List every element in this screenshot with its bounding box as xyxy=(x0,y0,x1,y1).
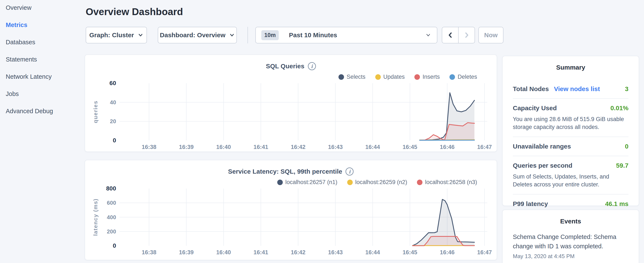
page-title: Overview Dashboard xyxy=(86,6,183,18)
event-message: Schema Change Completed: Schema change w… xyxy=(513,232,628,251)
summary-description: Sum of Selects, Updates, Inserts, and De… xyxy=(513,173,628,188)
summary-row-total-nodes: Total Nodes View nodes list 3 xyxy=(513,80,628,98)
info-icon[interactable]: i xyxy=(346,167,354,176)
chart-header: SQL Queries i xyxy=(85,62,497,70)
events-panel: Events Schema Change Completed: Schema c… xyxy=(502,210,639,263)
legend-dot-icon xyxy=(338,74,344,80)
svg-text:16:44: 16:44 xyxy=(365,144,380,150)
graph-dropdown-label: Graph: Cluster xyxy=(89,32,134,39)
legend-label: localhost:26257 (n1) xyxy=(285,179,338,185)
legend-dot-icon xyxy=(414,74,420,80)
events-title: Events xyxy=(513,218,628,225)
graph-dropdown[interactable]: Graph: Cluster xyxy=(86,27,147,43)
time-window-label: Past 10 Minutes xyxy=(289,32,337,39)
svg-text:16:39: 16:39 xyxy=(179,144,194,150)
event-timestamp: May 13, 2020 at 4:45 PM xyxy=(513,253,628,259)
time-range-dropdown[interactable]: 10m Past 10 Minutes xyxy=(255,27,437,43)
svg-text:16:45: 16:45 xyxy=(403,144,417,150)
svg-text:0: 0 xyxy=(113,137,116,144)
chevron-down-icon xyxy=(138,32,143,38)
summary-title: Summary xyxy=(513,64,628,71)
legend-dot-icon xyxy=(450,74,455,80)
legend-item: Selects xyxy=(338,74,366,80)
summary-label: Queries per second xyxy=(513,162,572,169)
sidebar-item-jobs[interactable]: Jobs xyxy=(0,91,84,97)
sidebar-item-overview[interactable]: Overview xyxy=(0,5,84,11)
chart-legend: SelectsUpdatesInsertsDeletes xyxy=(338,74,477,80)
summary-label: Total Nodes xyxy=(513,85,549,93)
time-window-badge: 10m xyxy=(261,30,279,40)
svg-text:16:43: 16:43 xyxy=(328,144,343,150)
svg-text:16:46: 16:46 xyxy=(440,144,454,150)
now-button[interactable]: Now xyxy=(478,27,504,43)
summary-label: Capacity Used xyxy=(513,105,557,112)
svg-text:16:39: 16:39 xyxy=(179,249,194,255)
legend-item: Deletes xyxy=(450,74,477,80)
summary-value: 0 xyxy=(625,143,628,150)
svg-text:16:41: 16:41 xyxy=(254,249,268,255)
sidebar-item-statements[interactable]: Statements xyxy=(0,56,84,63)
svg-text:16:38: 16:38 xyxy=(142,144,156,150)
sidebar-item-network-latency[interactable]: Network Latency xyxy=(0,74,84,80)
legend-dot-icon xyxy=(375,74,381,80)
time-step-forward-button[interactable] xyxy=(458,27,474,43)
svg-text:60: 60 xyxy=(110,80,116,86)
sidebar-item-advanced-debug[interactable]: Advanced Debug xyxy=(0,108,84,114)
legend-label: localhost:26258 (n3) xyxy=(425,179,477,185)
controls-divider xyxy=(248,27,248,43)
summary-label: Unavailable ranges xyxy=(513,143,571,150)
svg-text:16:46: 16:46 xyxy=(440,249,454,255)
svg-text:20: 20 xyxy=(110,118,116,124)
time-step-buttons xyxy=(442,27,475,43)
svg-text:16:41: 16:41 xyxy=(254,144,268,150)
legend-item: Inserts xyxy=(414,74,440,80)
svg-text:400: 400 xyxy=(107,214,116,220)
summary-value: 46.1 ms xyxy=(605,200,628,207)
svg-text:16:42: 16:42 xyxy=(291,144,306,150)
service-latency-chart-card: 16:3816:3916:4016:4116:4216:4316:4416:45… xyxy=(84,160,497,260)
dashboard-dropdown[interactable]: Dashboard: Overview xyxy=(158,27,237,43)
svg-text:16:47: 16:47 xyxy=(477,249,492,255)
svg-text:16:44: 16:44 xyxy=(365,249,380,255)
summary-row-capacity-used: Capacity Used 0.01% You are using 28.6 M… xyxy=(513,98,628,131)
chevron-left-icon xyxy=(447,32,454,39)
legend-item: localhost:26258 (n3) xyxy=(417,179,477,185)
sidebar: Overview Metrics Databases Statements Ne… xyxy=(0,0,84,263)
chevron-down-icon xyxy=(229,32,235,38)
dashboard-dropdown-label: Dashboard: Overview xyxy=(160,32,225,39)
legend-dot-icon xyxy=(417,180,422,185)
svg-text:queries: queries xyxy=(92,100,99,123)
time-step-back-button[interactable] xyxy=(442,27,458,43)
legend-label: Deletes xyxy=(458,74,477,80)
legend-dot-icon xyxy=(277,180,283,185)
chevron-down-icon xyxy=(425,32,432,38)
legend-label: Inserts xyxy=(422,74,440,80)
summary-value: 3 xyxy=(625,85,628,93)
svg-text:16:38: 16:38 xyxy=(142,249,156,255)
svg-text:16:45: 16:45 xyxy=(403,249,417,255)
legend-item: localhost:26257 (n1) xyxy=(277,179,338,185)
summary-label: P99 latency xyxy=(513,200,548,207)
svg-text:16:43: 16:43 xyxy=(328,249,343,255)
legend-label: Updates xyxy=(383,74,405,80)
svg-text:200: 200 xyxy=(107,228,116,235)
info-icon[interactable]: i xyxy=(308,62,316,70)
sidebar-item-metrics[interactable]: Metrics xyxy=(0,22,84,28)
chart-legend: localhost:26257 (n1)localhost:26259 (n2)… xyxy=(277,179,477,185)
svg-text:16:42: 16:42 xyxy=(291,249,306,255)
now-button-label: Now xyxy=(484,32,498,39)
svg-text:16:40: 16:40 xyxy=(216,144,231,150)
legend-label: Selects xyxy=(346,74,366,80)
sql-queries-chart-card: 16:3816:3916:4016:4116:4216:4316:4416:45… xyxy=(84,55,497,152)
legend-dot-icon xyxy=(347,180,353,185)
chart-title: SQL Queries xyxy=(266,63,304,70)
svg-text:600: 600 xyxy=(107,200,116,206)
view-nodes-list-link[interactable]: View nodes list xyxy=(554,85,600,93)
sidebar-item-databases[interactable]: Databases xyxy=(0,39,84,45)
legend-item: localhost:26259 (n2) xyxy=(347,179,407,185)
chart-title: Service Latency: SQL, 99th percentile xyxy=(228,168,342,175)
svg-text:16:40: 16:40 xyxy=(216,249,231,255)
svg-text:40: 40 xyxy=(110,99,116,106)
chart-header: Service Latency: SQL, 99th percentile i xyxy=(85,167,497,176)
summary-value: 59.7 xyxy=(616,162,628,169)
